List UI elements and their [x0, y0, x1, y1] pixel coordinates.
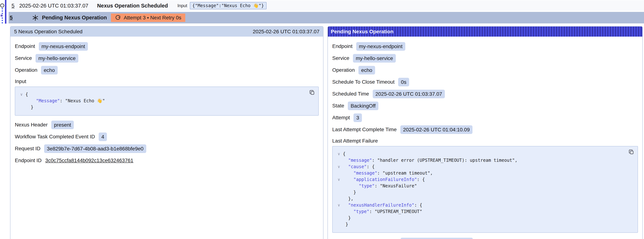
field-row-endpoint: Endpoint my-nexus-endpoint: [332, 42, 638, 51]
json-line: ∨ "applicationFailureInfo": {: [335, 176, 625, 183]
timeline-open-marker-icon: [0, 4, 4, 8]
pending-event-id-link[interactable]: 5: [10, 15, 13, 21]
field-value-badge: my-nexus-endpoint: [39, 42, 88, 51]
collapse-chevron-icon[interactable]: ∨: [335, 202, 343, 208]
failure-json-viewer: ∨{ "message": "handler error (UPSTREAM_T…: [332, 146, 638, 233]
field-label: Workflow Task Completed Event ID: [15, 134, 95, 140]
json-line: ∨{: [335, 151, 625, 157]
event-detail-panel-body: Endpoint my-nexus-endpoint Service my-he…: [10, 36, 323, 172]
chevron-spacer: [335, 208, 343, 215]
field-value-badge: BackingOff: [348, 102, 378, 110]
field-row-service: Service my-hello-service: [15, 54, 319, 62]
field-value-badge: echo: [358, 66, 375, 74]
input-section-label: Input: [15, 78, 319, 84]
field-label: Scheduled Time: [332, 91, 369, 97]
copy-button[interactable]: [628, 149, 635, 155]
field-row-endpoint-id: Endpoint ID 3c0c75ccfa8144b092c13ce63246…: [15, 156, 319, 165]
field-label: State: [332, 103, 344, 109]
field-row-workflow-task-completed-event-id: Workflow Task Completed Event ID 4: [15, 132, 319, 141]
retry-icon: [115, 15, 121, 21]
field-value-badge: 0s: [398, 78, 409, 86]
field-label: Endpoint ID: [15, 158, 42, 164]
json-line: "type": "NexusFailure": [335, 183, 625, 189]
chevron-spacer: [335, 170, 343, 176]
json-line: "message": "upstream timeout",: [335, 170, 625, 176]
field-label: Service: [332, 55, 349, 61]
field-row-next-attempt-schedule-time: Next Attempt Schedule Time 2025-02-26 UT…: [332, 238, 638, 239]
field-row-request-id: Request ID 3e829b7e-7d67-4b08-aad3-b1e86…: [15, 144, 319, 153]
field-value-badge: 2025-02-26 UTC 01:04:13.93: [400, 238, 473, 239]
pending-operation-panel: Pending Nexus Operation Endpoint my-nexu…: [328, 26, 643, 239]
chevron-spacer: [18, 104, 26, 110]
field-row-attempt: Attempt 3: [332, 113, 638, 122]
field-row-nexus-header: Nexus Header present: [15, 120, 319, 129]
field-value-badge: my-hello-service: [36, 54, 78, 62]
field-label: Last Attempt Complete Time: [332, 127, 397, 132]
event-detail-panel-header: 5 Nexus Operation Scheduled 2025-02-26 U…: [10, 26, 323, 36]
collapse-chevron-icon[interactable]: ∨: [335, 164, 343, 170]
field-value-badge: 4: [99, 132, 107, 141]
field-label: Endpoint: [15, 43, 35, 49]
pending-event-title: Pending Nexus Operation: [42, 15, 107, 21]
chevron-spacer: [335, 157, 343, 164]
field-row-state: State BackingOff: [332, 102, 638, 110]
field-label: Request ID: [15, 146, 40, 152]
field-label: Service: [15, 55, 32, 61]
input-json-viewer: ∨{ "Message": "Nexus Echo 👋" }: [15, 86, 319, 116]
json-line: ∨{: [18, 91, 306, 98]
chevron-spacer: [335, 215, 343, 221]
timeline-filled-marker-icon: [0, 14, 3, 17]
event-id-link[interactable]: 5: [12, 3, 14, 9]
collapse-chevron-icon[interactable]: ∨: [18, 91, 26, 98]
chevron-spacer: [18, 98, 26, 104]
event-input-label: Input: [178, 3, 187, 8]
field-label: Endpoint: [332, 43, 352, 49]
field-label: Operation: [15, 67, 37, 73]
event-row-nexus-operation-scheduled[interactable]: 5 2025-02-26 UTC 01:03:37.07 Nexus Opera…: [8, 0, 644, 11]
field-row-endpoint: Endpoint my-nexus-endpoint: [15, 42, 319, 51]
nexus-asterisk-icon: [32, 14, 39, 21]
copy-button[interactable]: [309, 90, 316, 96]
chevron-spacer: [335, 189, 343, 196]
field-row-schedule-to-close-timeout: Schedule To Close Timeout 0s: [332, 78, 638, 86]
pending-operation-panel-header: Pending Nexus Operation: [328, 26, 642, 36]
json-line: "type": "UPSTREAM_TIMEOUT": [335, 208, 625, 215]
json-line: },: [335, 196, 625, 202]
chevron-spacer: [335, 196, 343, 202]
field-row-service: Service my-hello-service: [332, 54, 638, 62]
event-timestamp: 2025-02-26 UTC 01:03:37.07: [19, 3, 88, 9]
field-label: Attempt: [332, 115, 350, 120]
pending-operation-panel-title: Pending Nexus Operation: [331, 29, 394, 34]
timeline-active-bar: [5, 0, 6, 24]
json-line: "message": "handler error (UPSTREAM_TIME…: [335, 157, 625, 164]
pending-operation-panel-body: Endpoint my-nexus-endpoint Service my-he…: [328, 36, 642, 239]
collapse-chevron-icon[interactable]: ∨: [335, 151, 343, 157]
field-value-badge: present: [51, 120, 74, 129]
json-line: }: [335, 221, 625, 228]
failure-section-label: Last Attempt Failure: [332, 138, 638, 144]
workflow-history-screen: 5 2025-02-26 UTC 01:03:37.07 Nexus Opera…: [0, 0, 644, 239]
field-value-badge: my-nexus-endpoint: [356, 42, 405, 51]
json-line: }: [18, 104, 306, 110]
field-label: Nexus Header: [15, 122, 48, 128]
field-label: Operation: [332, 67, 355, 73]
event-detail-panel-timestamp: 2025-02-26 UTC 01:03:37.07: [253, 29, 320, 34]
field-value-badge: 3: [354, 114, 362, 122]
chevron-spacer: [335, 221, 343, 228]
event-input-preview-chip[interactable]: {"Message":"Nexus Echo 👋"}: [190, 2, 266, 9]
field-row-scheduled-time: Scheduled Time 2025-02-26 UTC 01:03:37.0…: [332, 90, 638, 98]
chevron-spacer: [335, 183, 343, 189]
field-row-last-attempt-complete-time: Last Attempt Complete Time 2025-02-26 UT…: [332, 125, 638, 134]
retry-status-badge: Attempt 3 • Next Retry 0s: [111, 14, 186, 22]
field-row-operation: Operation echo: [332, 66, 638, 74]
endpoint-id-link[interactable]: 3c0c75ccfa8144b092c13ce632463761: [45, 158, 133, 164]
event-row-pending-nexus-operation[interactable]: 5 Pending Nexus Operation Attempt 3 • Ne…: [8, 12, 644, 24]
collapse-chevron-icon[interactable]: ∨: [335, 176, 343, 183]
event-detail-panel-title: 5 Nexus Operation Scheduled: [14, 29, 82, 34]
event-title: Nexus Operation Scheduled: [97, 3, 168, 9]
field-value-badge: 2025-02-26 UTC 01:03:37.07: [373, 90, 445, 98]
json-line: ∨ "nexusHandlerFailureInfo": {: [335, 202, 625, 208]
field-value-badge: my-hello-service: [353, 54, 396, 62]
event-detail-panel: 5 Nexus Operation Scheduled 2025-02-26 U…: [10, 26, 324, 239]
json-line: }: [335, 189, 625, 196]
